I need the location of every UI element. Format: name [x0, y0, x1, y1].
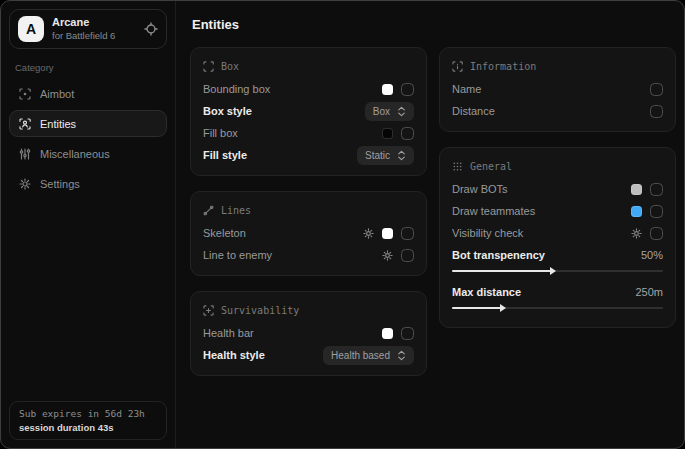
health-bar-checkbox[interactable]	[401, 327, 414, 340]
setting-label: Name	[452, 83, 481, 95]
line-icon	[203, 205, 214, 216]
select-arrows-icon	[397, 150, 406, 161]
setting-row-bot-transparency: Bot transpenency 50%	[452, 244, 663, 266]
box-style-dropdown[interactable]: Box	[365, 102, 414, 121]
setting-label: Draw BOTs	[452, 183, 508, 195]
color-swatch[interactable]	[382, 228, 393, 239]
sidebar-item-label: Entities	[40, 118, 76, 130]
brand-subtitle: for Battlefield 6	[52, 30, 115, 42]
lines-card: Lines Skeleton Line to enemy	[190, 191, 427, 276]
setting-row-distance: Distance	[452, 100, 663, 122]
max-distance-value: 250m	[635, 286, 663, 298]
skeleton-config-gear-icon[interactable]	[363, 228, 374, 239]
line-to-enemy-config-gear-icon[interactable]	[382, 250, 393, 261]
bot-transparency-slider[interactable]	[452, 270, 663, 272]
setting-label: Distance	[452, 105, 495, 117]
main-content: Entities Box Bounding box	[176, 1, 684, 448]
setting-label: Bot transpenency	[452, 249, 545, 261]
brand-card: A Arcane for Battlefield 6	[9, 9, 167, 49]
setting-row-health-bar: Health bar	[203, 322, 414, 344]
card-title: General	[470, 161, 512, 172]
color-swatch[interactable]	[631, 184, 642, 195]
card-title: Lines	[221, 205, 251, 216]
session-duration-text: session duration 43s	[19, 422, 157, 433]
page-title: Entities	[192, 17, 670, 32]
crosshair-scan-icon	[19, 88, 31, 100]
sidebar-nav: Aimbot Entities Miscellaneous	[9, 80, 167, 197]
sub-expiry-text: Sub expires in 56d 23h	[19, 408, 157, 419]
subscription-info: Sub expires in 56d 23h session duration …	[9, 401, 167, 440]
box-corners-icon	[203, 61, 214, 72]
name-checkbox[interactable]	[650, 83, 663, 96]
sidebar: A Arcane for Battlefield 6 Category Aimb…	[1, 1, 176, 448]
sidebar-item-label: Aimbot	[40, 88, 74, 100]
skeleton-checkbox[interactable]	[401, 227, 414, 240]
color-swatch[interactable]	[382, 84, 393, 95]
line-to-enemy-checkbox[interactable]	[401, 249, 414, 262]
brand-title: Arcane	[52, 16, 115, 30]
general-card: General Draw BOTs Draw teammates	[439, 147, 676, 328]
gear-icon	[19, 178, 31, 190]
setting-label: Max distance	[452, 286, 521, 298]
sidebar-item-settings[interactable]: Settings	[9, 170, 167, 197]
setting-label: Health bar	[203, 327, 254, 339]
setting-label: Draw teammates	[452, 205, 535, 217]
slider-fill	[452, 307, 501, 309]
setting-row-fill-style: Fill style Static	[203, 144, 414, 166]
setting-row-health-style: Health style Health based	[203, 344, 414, 366]
card-title: Box	[221, 61, 239, 72]
setting-row-box-style: Box style Box	[203, 100, 414, 122]
setting-row-max-distance: Max distance 250m	[452, 281, 663, 303]
sidebar-item-aimbot[interactable]: Aimbot	[9, 80, 167, 107]
sidebar-item-miscellaneous[interactable]: Miscellaneous	[9, 140, 167, 167]
setting-label: Health style	[203, 349, 265, 361]
information-card: Information Name Distance	[439, 47, 676, 132]
info-scan-icon	[452, 61, 463, 72]
category-label: Category	[15, 62, 161, 73]
max-distance-slider[interactable]	[452, 307, 663, 309]
setting-row-bounding-box: Bounding box	[203, 78, 414, 100]
select-arrows-icon	[397, 350, 406, 361]
draw-teammates-checkbox[interactable]	[650, 205, 663, 218]
entity-scan-icon	[19, 118, 31, 130]
brand-avatar: A	[18, 16, 44, 42]
setting-label: Bounding box	[203, 83, 270, 95]
select-arrows-icon	[397, 106, 406, 117]
color-swatch[interactable]	[382, 328, 393, 339]
fill-style-dropdown[interactable]: Static	[357, 146, 414, 165]
health-icon	[203, 305, 214, 316]
bounding-box-checkbox[interactable]	[401, 83, 414, 96]
crosshair-icon[interactable]	[144, 22, 158, 36]
survivability-card: Survivability Health bar Health style	[190, 291, 427, 376]
color-swatch[interactable]	[382, 128, 393, 139]
box-card: Box Bounding box Box style Box	[190, 47, 427, 176]
color-swatch[interactable]	[631, 206, 642, 217]
sidebar-item-entities[interactable]: Entities	[9, 110, 167, 137]
setting-label: Fill style	[203, 149, 247, 161]
bot-transparency-value: 50%	[641, 249, 663, 261]
setting-row-visibility-check: Visibility check	[452, 222, 663, 244]
draw-bots-checkbox[interactable]	[650, 183, 663, 196]
visibility-check-checkbox[interactable]	[650, 227, 663, 240]
card-title: Information	[470, 61, 536, 72]
health-style-dropdown[interactable]: Health based	[323, 346, 414, 365]
sidebar-item-label: Settings	[40, 178, 80, 190]
setting-label: Line to enemy	[203, 249, 272, 261]
distance-checkbox[interactable]	[650, 105, 663, 118]
setting-row-line-to-enemy: Line to enemy	[203, 244, 414, 266]
setting-label: Skeleton	[203, 227, 246, 239]
setting-row-draw-bots: Draw BOTs	[452, 178, 663, 200]
slider-fill	[452, 270, 551, 272]
sliders-icon	[19, 148, 31, 160]
sidebar-item-label: Miscellaneous	[40, 148, 110, 160]
setting-label: Box style	[203, 105, 252, 117]
setting-label: Fill box	[203, 127, 238, 139]
setting-label: Visibility check	[452, 227, 523, 239]
fill-box-checkbox[interactable]	[401, 127, 414, 140]
card-title: Survivability	[221, 305, 299, 316]
grid-dots-icon	[452, 161, 463, 172]
setting-row-skeleton: Skeleton	[203, 222, 414, 244]
setting-row-name: Name	[452, 78, 663, 100]
setting-row-fill-box: Fill box	[203, 122, 414, 144]
visibility-config-gear-icon[interactable]	[631, 228, 642, 239]
